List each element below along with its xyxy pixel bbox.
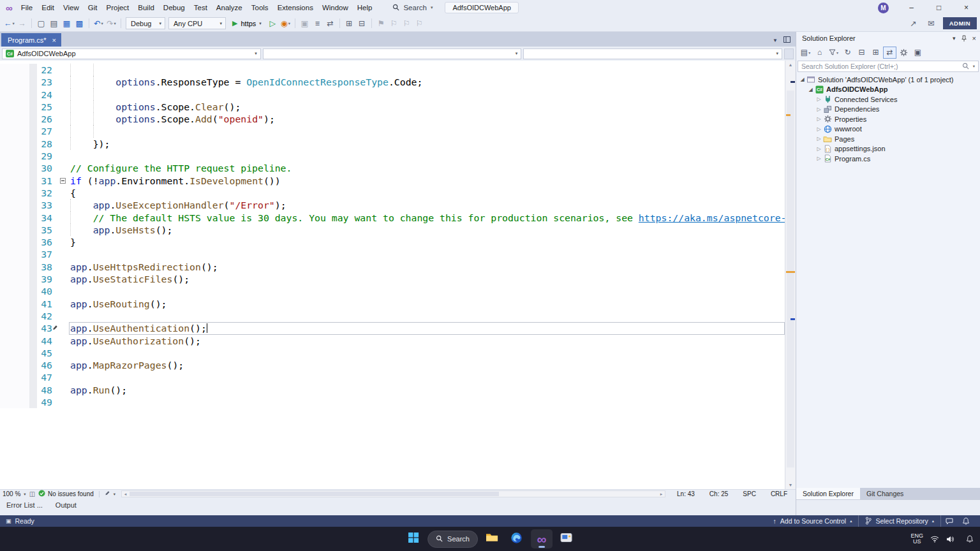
volume-icon[interactable] — [946, 536, 954, 543]
show-all-windows-icon[interactable]: ⊞ — [343, 17, 355, 30]
code-line-49[interactable]: 49 — [0, 396, 785, 408]
scroll-right-icon[interactable]: ▸ — [658, 491, 665, 497]
window-position-icon[interactable]: ▾ — [953, 35, 956, 41]
notifications-bell-icon[interactable] — [966, 535, 974, 543]
code-line-34[interactable]: 34 // The default HSTS value is 30 days.… — [0, 212, 785, 224]
line-number[interactable]: 30 — [37, 162, 52, 174]
navigate-to-icon[interactable]: ⇄ — [324, 17, 336, 30]
menu-debug[interactable]: Debug — [159, 1, 189, 14]
close-button[interactable]: × — [953, 0, 980, 15]
panel-tab-output[interactable]: Output — [56, 501, 77, 515]
line-number[interactable]: 37 — [37, 248, 52, 260]
expand-arrow-icon[interactable]: ▷ — [815, 116, 822, 122]
collapse-regions-icon[interactable]: ⊟ — [356, 17, 368, 30]
prev-bookmark-icon[interactable]: ⚐ — [388, 17, 400, 30]
title-search-control[interactable]: Search ▾ — [387, 3, 438, 13]
tree-item-connected-services[interactable]: ▷Connected Services — [796, 94, 980, 105]
preview-icon[interactable]: ▣ — [911, 47, 924, 59]
minimize-button[interactable]: – — [898, 0, 925, 15]
navigate-forward-icon[interactable]: → — [16, 17, 28, 30]
line-number[interactable]: 47 — [37, 371, 52, 383]
expand-arrow-icon[interactable]: ▷ — [815, 107, 822, 112]
health-indicator[interactable]: No issues found — [38, 490, 94, 498]
tab-list-dropdown-icon[interactable]: ▼ — [773, 38, 778, 43]
tree-item-solution-adfsoidcwebapp-1-of-1-project-[interactable]: ◢Solution 'AdfsOIDCWebApp' (1 of 1 proje… — [796, 75, 980, 85]
line-number[interactable]: 43 — [37, 322, 52, 334]
code-line-45[interactable]: 45 — [0, 347, 785, 359]
solution-platforms-combo[interactable]: Any CPU▾ — [168, 17, 226, 29]
line-number[interactable]: 29 — [37, 150, 52, 162]
code-line-31[interactable]: 31if (!app.Environment.IsDevelopment()) — [0, 175, 785, 187]
code-line-43[interactable]: 43app.UseAuthentication(); — [0, 322, 785, 334]
solution-name-button[interactable]: AdfsOIDCWebApp — [445, 2, 519, 13]
menu-file[interactable]: File — [17, 1, 38, 14]
line-number[interactable]: 24 — [37, 89, 52, 101]
tree-item-adfsoidcwebapp[interactable]: ◢C#AdfsOIDCWebApp — [796, 85, 980, 95]
language-indicator[interactable]: ENG US — [910, 533, 923, 545]
start-debugging-button[interactable]: ▶https▾ — [228, 17, 266, 30]
next-bookmark-icon[interactable]: ⚐ — [401, 17, 413, 30]
line-number[interactable]: 45 — [37, 347, 52, 359]
expand-arrow-icon[interactable]: ◢ — [799, 77, 806, 82]
line-number[interactable]: 28 — [37, 138, 52, 150]
line-number[interactable]: 33 — [37, 199, 52, 211]
expand-arrow-icon[interactable]: ▷ — [815, 96, 822, 102]
code-line-47[interactable]: 47 — [0, 371, 785, 383]
changes-dropdown-icon[interactable]: ▾ — [114, 492, 115, 497]
code-line-36[interactable]: 36} — [0, 236, 785, 248]
line-number[interactable]: 34 — [37, 212, 52, 224]
tab-solution-explorer[interactable]: Solution Explorer — [796, 488, 860, 499]
toggle-bookmark-icon[interactable]: ⚑ — [375, 17, 387, 30]
add-to-source-control-button[interactable]: ↑ Add to Source Control ▴ — [767, 515, 859, 527]
map-mode-icon[interactable]: ◫ — [29, 490, 35, 497]
file-explorer-icon[interactable] — [481, 529, 503, 548]
code-line-24[interactable]: 24 — [0, 89, 785, 101]
line-number[interactable]: 22 — [37, 64, 52, 76]
menu-project[interactable]: Project — [101, 1, 133, 14]
code-line-35[interactable]: 35 app.UseHsts(); — [0, 224, 785, 236]
visual-studio-icon[interactable]: ∞ — [531, 529, 553, 548]
menu-edit[interactable]: Edit — [37, 1, 59, 14]
line-number[interactable]: 41 — [37, 298, 52, 310]
tree-item-pages[interactable]: ▷Pages — [796, 134, 980, 144]
line-number[interactable]: 36 — [37, 236, 52, 248]
clear-bookmarks-icon[interactable]: ⚐ — [413, 17, 426, 30]
line-number[interactable]: 39 — [37, 273, 52, 285]
zoom-level[interactable]: 100 % — [3, 490, 20, 497]
menu-extensions[interactable]: Extensions — [273, 1, 318, 14]
line-number[interactable]: 27 — [37, 125, 52, 137]
code-line-30[interactable]: 30// Configure the HTTP request pipeline… — [0, 162, 785, 174]
expand-arrow-icon[interactable]: ▷ — [815, 136, 822, 142]
tree-item-dependencies[interactable]: ▷Dependencies — [796, 105, 980, 115]
network-icon[interactable] — [930, 536, 939, 543]
start-without-debugging-icon[interactable]: ▷ — [267, 17, 279, 30]
expand-arrow-icon[interactable]: ◢ — [807, 87, 814, 92]
line-number[interactable]: 46 — [37, 359, 52, 371]
code-line-25[interactable]: 25 options.Scope.Clear(); — [0, 101, 785, 113]
code-line-40[interactable]: 40 — [0, 285, 785, 297]
line-number[interactable]: 35 — [37, 224, 52, 236]
save-icon[interactable]: ▦ — [61, 17, 73, 30]
solution-configurations-combo[interactable]: Debug▾ — [126, 17, 165, 29]
expand-arrow-icon[interactable]: ▷ — [815, 146, 822, 152]
line-number[interactable]: 44 — [37, 335, 52, 347]
show-all-files-icon[interactable]: ⊞ — [869, 47, 882, 59]
menu-build[interactable]: Build — [133, 1, 159, 14]
menu-view[interactable]: View — [59, 1, 84, 14]
menu-tools[interactable]: Tools — [247, 1, 273, 14]
hscrollbar-thumb[interactable] — [130, 492, 499, 496]
notifications-bell-icon[interactable] — [958, 517, 974, 525]
code-line-23[interactable]: 23 options.ResponseType = OpenIdConnectR… — [0, 76, 785, 88]
break-all-icon[interactable]: ▣ — [299, 17, 311, 30]
code-line-22[interactable]: 22 — [0, 64, 785, 76]
select-repository-button[interactable]: Select Repository ▴ — [859, 515, 940, 527]
type-dropdown[interactable]: ▾ — [263, 48, 522, 59]
line-number[interactable]: 40 — [37, 285, 52, 297]
line-number[interactable]: 32 — [37, 187, 52, 199]
hot-reload-icon[interactable]: ◉▾ — [279, 17, 292, 30]
taskbar-search[interactable]: Search — [427, 531, 478, 548]
line-number[interactable]: 49 — [37, 396, 52, 408]
new-project-icon[interactable]: ▢ — [35, 17, 47, 30]
menu-test[interactable]: Test — [189, 1, 212, 14]
expand-arrow-icon[interactable]: ▷ — [815, 126, 822, 132]
